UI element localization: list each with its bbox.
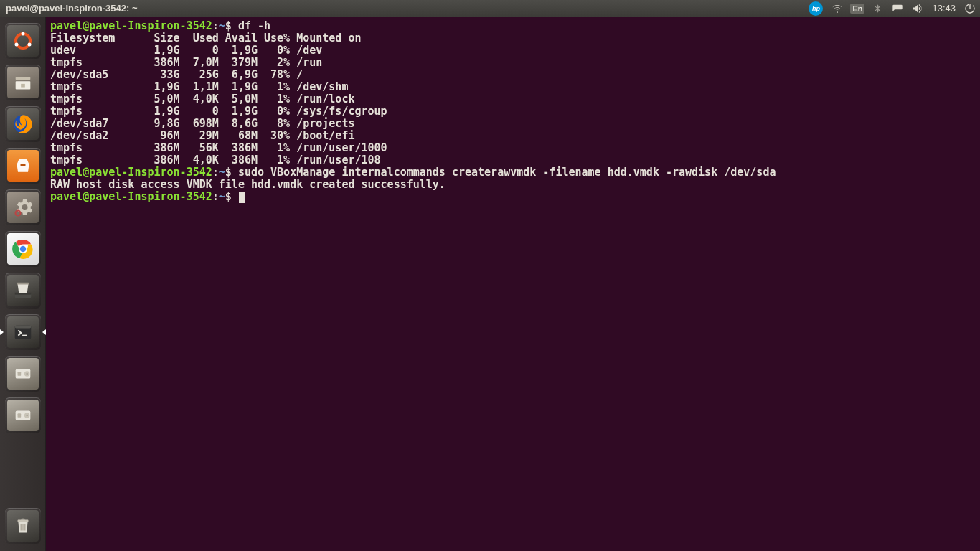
- svg-point-22: [26, 415, 27, 416]
- terminal-cursor: [239, 192, 245, 203]
- terminal-line: Filesystem Size Used Avail Use% Mounted …: [50, 32, 976, 44]
- svg-rect-13: [17, 283, 29, 285]
- messaging-indicator-icon[interactable]: [887, 0, 908, 17]
- terminal-line: RAW host disk access VMDK file hdd.vmdk …: [50, 179, 976, 191]
- prompt-user: pavel@pavel-Inspiron-3542: [50, 19, 212, 32]
- session-indicator-icon[interactable]: [960, 0, 980, 17]
- prompt-user: pavel@pavel-Inspiron-3542: [50, 166, 212, 179]
- terminal-line: tmpfs 386M 56K 386M 1% /run/user/1000: [50, 142, 976, 154]
- hp-indicator-icon[interactable]: hp: [807, 0, 827, 17]
- svg-point-2: [14, 43, 18, 47]
- svg-point-18: [26, 373, 27, 375]
- prompt-path: ~: [219, 19, 225, 32]
- launcher-files[interactable]: [5, 65, 41, 100]
- terminal-line: pavel@pavel-Inspiron-3542:~$: [50, 191, 976, 203]
- svg-point-0: [16, 34, 30, 48]
- prompt-path: ~: [219, 166, 225, 179]
- svg-point-1: [21, 32, 24, 36]
- terminal-line: pavel@pavel-Inspiron-3542:~$ df -h: [50, 20, 976, 32]
- prompt-user: pavel@pavel-Inspiron-3542: [50, 190, 212, 203]
- bluetooth-indicator-icon[interactable]: [867, 0, 887, 17]
- terminal-line: udev 1,9G 0 1,9G 0% /dev: [50, 44, 976, 57]
- terminal-line: /dev/sda7 9,8G 698M 8,6G 8% /projects: [50, 118, 976, 130]
- terminal-line: /dev/sda2 96M 29M 68M 30% /boot/efi: [50, 130, 976, 142]
- launcher-chrome[interactable]: [5, 231, 41, 267]
- terminal-line: tmpfs 1,9G 0 1,9G 0% /sys/fs/cgroup: [50, 105, 976, 118]
- clock-indicator[interactable]: 13:43: [928, 3, 960, 14]
- launcher-trash[interactable]: [5, 508, 41, 544]
- launcher-simple-scan[interactable]: [5, 273, 41, 309]
- svg-rect-24: [17, 520, 28, 522]
- network-indicator-icon[interactable]: [827, 0, 847, 17]
- svg-rect-23: [17, 413, 21, 418]
- sound-indicator-icon[interactable]: [908, 0, 928, 17]
- svg-rect-25: [21, 519, 25, 520]
- launcher-terminal[interactable]: [5, 314, 41, 350]
- launcher-software-center[interactable]: [5, 148, 41, 184]
- top-menubar: pavel@pavel-Inspiron-3542: ~ hp En 13:43: [0, 0, 980, 17]
- command-text: sudo VBoxManage internalcommands creater…: [238, 166, 776, 179]
- svg-rect-6: [21, 84, 25, 88]
- svg-rect-15: [14, 326, 31, 329]
- launcher-disk-b[interactable]: [5, 397, 41, 433]
- svg-rect-19: [17, 372, 21, 376]
- terminal-line: /dev/sda5 33G 25G 6,9G 78% /: [50, 69, 976, 81]
- terminal-line: tmpfs 1,9G 1,1M 1,9G 1% /dev/shm: [50, 81, 976, 93]
- terminal-line: pavel@pavel-Inspiron-3542:~$ sudo VBoxMa…: [50, 166, 976, 179]
- launcher-disk-a[interactable]: [5, 356, 41, 392]
- launcher-settings[interactable]: [5, 189, 41, 225]
- command-text: df -h: [238, 19, 270, 32]
- prompt-path: ~: [219, 190, 225, 203]
- launcher-firefox[interactable]: [5, 106, 41, 142]
- launcher-dash[interactable]: [5, 23, 41, 59]
- unity-launcher: [0, 17, 46, 551]
- language-indicator[interactable]: En: [847, 0, 867, 17]
- svg-point-3: [27, 43, 31, 47]
- terminal-line: tmpfs 5,0M 4,0K 5,0M 1% /run/lock: [50, 93, 976, 105]
- terminal-line: tmpfs 386M 4,0K 386M 1% /run/user/108: [50, 154, 976, 166]
- window-title: pavel@pavel-Inspiron-3542: ~: [0, 3, 143, 14]
- terminal-line: tmpfs 386M 7,0M 379M 2% /run: [50, 57, 976, 69]
- terminal-body[interactable]: pavel@pavel-Inspiron-3542:~$ df -hFilesy…: [46, 17, 980, 551]
- svg-rect-4: [15, 77, 30, 80]
